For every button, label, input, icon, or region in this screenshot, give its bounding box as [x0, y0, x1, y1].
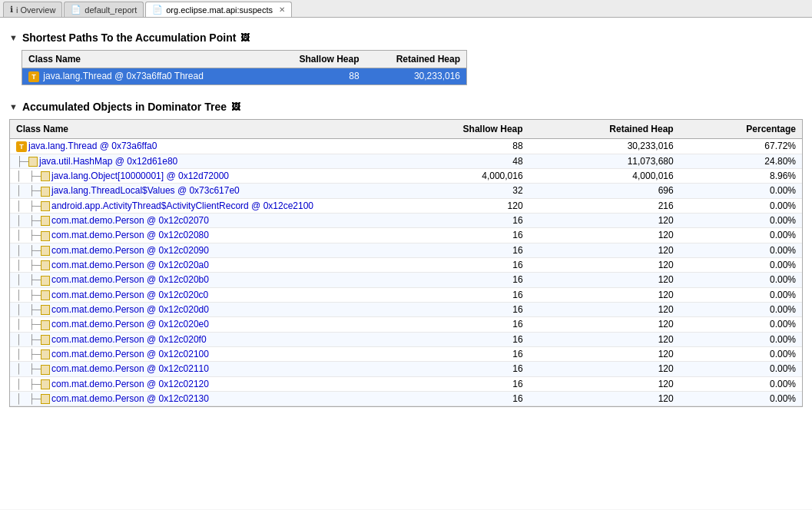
- obj-icon: [41, 187, 50, 197]
- class-link[interactable]: com.mat.demo.Person @ 0x12c02130: [51, 393, 209, 404]
- table-row[interactable]: │├─java.lang.ThreadLocal$Values @ 0x73c6…: [10, 184, 802, 198]
- class-link[interactable]: com.mat.demo.Person @ 0x12c02110: [51, 363, 209, 374]
- class-link[interactable]: com.mat.demo.Person @ 0x12c020c0: [51, 290, 208, 300]
- row-retained: 120: [529, 376, 680, 391]
- col-class-name: Class Name: [22, 51, 270, 68]
- row-shallow: 120: [386, 198, 529, 213]
- row-percentage: 0.00%: [680, 317, 802, 332]
- row-retained: 120: [529, 332, 680, 346]
- section2-header: ▼ Accumulated Objects in Dominator Tree …: [9, 101, 803, 113]
- row-shallow: 16: [386, 302, 529, 316]
- dom-col-class: Class Name: [10, 120, 386, 139]
- report-icon: 📄: [71, 5, 81, 15]
- dominator-tree-table: Class Name Shallow Heap Retained Heap Pe…: [10, 120, 802, 406]
- table-row[interactable]: │├─com.mat.demo.Person @ 0x12c0212016120…: [10, 376, 802, 391]
- row-shallow: 16: [386, 273, 529, 287]
- obj-icon: [41, 276, 50, 286]
- row-class-name: │├─com.mat.demo.Person @ 0x12c020f0: [10, 332, 386, 346]
- tab-suspects[interactable]: 📄 org.eclipse.mat.api:suspects ✕: [145, 2, 292, 17]
- section1-export-icon[interactable]: 🖼: [240, 32, 250, 43]
- row-class-name: │├─android.app.ActivityThread$ActivityCl…: [10, 198, 386, 213]
- class-link[interactable]: com.mat.demo.Person @ 0x12c020a0: [51, 260, 209, 270]
- dom-col-retained: Retained Heap: [529, 120, 680, 139]
- tab-default-report[interactable]: 📄 default_report: [64, 2, 144, 17]
- class-link[interactable]: com.mat.demo.Person @ 0x12c02070: [51, 215, 209, 226]
- tab-overview[interactable]: ℹ i Overview: [3, 2, 62, 17]
- row-percentage: 0.00%: [680, 287, 802, 302]
- table-row[interactable]: │├─com.mat.demo.Person @ 0x12c020e016120…: [10, 317, 802, 332]
- class-link[interactable]: com.mat.demo.Person @ 0x12c02120: [51, 379, 209, 389]
- shortest-path-row[interactable]: T java.lang.Thread @ 0x73a6ffa0 Thread 8…: [22, 68, 467, 85]
- section2-export-icon[interactable]: 🖼: [231, 101, 240, 112]
- table-row[interactable]: │├─java.lang.Object[10000001] @ 0x12d720…: [10, 168, 802, 183]
- row-percentage: 0.00%: [680, 257, 802, 272]
- close-icon[interactable]: ✕: [279, 5, 285, 14]
- row-retained: 120: [529, 213, 680, 227]
- table-row[interactable]: │├─com.mat.demo.Person @ 0x12c020d016120…: [10, 302, 802, 316]
- table-row[interactable]: │├─com.mat.demo.Person @ 0x12c020c016120…: [10, 287, 802, 302]
- row-retained: 120: [529, 287, 680, 302]
- row-percentage: 0.00%: [680, 376, 802, 391]
- row-retained: 120: [529, 317, 680, 332]
- table-row[interactable]: │├─com.mat.demo.Person @ 0x12c020b016120…: [10, 273, 802, 287]
- row-shallow: 48: [386, 154, 529, 168]
- class-link[interactable]: java.lang.ThreadLocal$Values @ 0x73c617e…: [51, 185, 240, 196]
- section2-collapse-arrow[interactable]: ▼: [9, 102, 18, 111]
- row-percentage: 0.00%: [680, 346, 802, 361]
- class-link[interactable]: java.lang.Object[10000001] @ 0x12d72000: [51, 171, 229, 181]
- table-row[interactable]: Tjava.lang.Thread @ 0x73a6ffa08830,233,0…: [10, 138, 802, 154]
- row-class-name: │├─com.mat.demo.Person @ 0x12c020c0: [10, 287, 386, 302]
- class-link[interactable]: java.lang.Thread @ 0x73a6ffa0: [28, 141, 157, 151]
- class-link[interactable]: com.mat.demo.Person @ 0x12c02100: [51, 349, 209, 359]
- class-link[interactable]: com.mat.demo.Person @ 0x12c02090: [51, 245, 209, 256]
- row-percentage: 8.96%: [680, 168, 802, 183]
- class-link[interactable]: com.mat.demo.Person @ 0x12c020f0: [51, 334, 207, 345]
- table-row[interactable]: │├─com.mat.demo.Person @ 0x12c020a016120…: [10, 257, 802, 272]
- tab-bar: ℹ i Overview 📄 default_report 📄 org.ecli…: [0, 0, 812, 18]
- table-row[interactable]: │├─android.app.ActivityThread$ActivityCl…: [10, 198, 802, 213]
- row-percentage: 0.00%: [680, 213, 802, 227]
- row-percentage: 0.00%: [680, 302, 802, 316]
- row-shallow: 88: [386, 138, 529, 154]
- section2-title: Accumulated Objects in Dominator Tree: [22, 101, 227, 113]
- col-shallow-heap: Shallow Heap: [270, 51, 365, 68]
- class-link[interactable]: com.mat.demo.Person @ 0x12c020d0: [51, 304, 209, 315]
- row-percentage: 0.00%: [680, 243, 802, 257]
- row-percentage: 67.72%: [680, 138, 802, 154]
- table-row[interactable]: ├─java.util.HashMap @ 0x12d61e804811,073…: [10, 154, 802, 168]
- tab-suspects-label: org.eclipse.mat.api:suspects: [166, 5, 273, 15]
- row-percentage: 0.00%: [680, 362, 802, 376]
- row-class-name: │├─com.mat.demo.Person @ 0x12c02110: [10, 362, 386, 376]
- table-row[interactable]: │├─com.mat.demo.Person @ 0x12c0210016120…: [10, 346, 802, 361]
- dom-col-pct: Percentage: [680, 120, 802, 139]
- row-class-name: │├─com.mat.demo.Person @ 0x12c020d0: [10, 302, 386, 316]
- obj-icon: [41, 290, 50, 300]
- row-retained: 120: [529, 362, 680, 376]
- thread-icon: T: [28, 71, 39, 82]
- row-shallow: 16: [386, 376, 529, 391]
- table-row[interactable]: │├─com.mat.demo.Person @ 0x12c0211016120…: [10, 362, 802, 376]
- row-percentage: 24.80%: [680, 154, 802, 168]
- obj-icon: [41, 349, 50, 359]
- row-class-name: │├─com.mat.demo.Person @ 0x12c02080: [10, 228, 386, 243]
- class-link[interactable]: android.app.ActivityThread$ActivityClien…: [51, 200, 313, 211]
- table-row[interactable]: │├─com.mat.demo.Person @ 0x12c020f016120…: [10, 332, 802, 346]
- section1-header: ▼ Shortest Paths To the Accumulation Poi…: [9, 31, 803, 44]
- class-link[interactable]: com.mat.demo.Person @ 0x12c020b0: [51, 274, 209, 285]
- obj-icon: [41, 216, 50, 226]
- obj-icon: [41, 231, 50, 241]
- section1-collapse-arrow[interactable]: ▼: [9, 33, 18, 42]
- table-row[interactable]: │├─com.mat.demo.Person @ 0x12c0209016120…: [10, 243, 802, 257]
- row-retained: 120: [529, 243, 680, 257]
- table-row[interactable]: │├─com.mat.demo.Person @ 0x12c0208016120…: [10, 228, 802, 243]
- row-class-name: │├─java.lang.Object[10000001] @ 0x12d720…: [10, 168, 386, 183]
- class-link[interactable]: com.mat.demo.Person @ 0x12c02080: [51, 230, 209, 240]
- table-row[interactable]: │├─com.mat.demo.Person @ 0x12c0213016120…: [10, 391, 802, 406]
- obj-icon: [41, 171, 50, 181]
- class-link[interactable]: java.util.HashMap @ 0x12d61e80: [39, 156, 177, 167]
- table-row[interactable]: │├─com.mat.demo.Person @ 0x12c0207016120…: [10, 213, 802, 227]
- section1-title: Shortest Paths To the Accumulation Point: [22, 31, 236, 44]
- class-link[interactable]: java.lang.Thread @ 0x73a6ffa0 Thread: [43, 71, 204, 81]
- class-link[interactable]: com.mat.demo.Person @ 0x12c020e0: [51, 319, 209, 330]
- row-shallow: 32: [386, 184, 529, 198]
